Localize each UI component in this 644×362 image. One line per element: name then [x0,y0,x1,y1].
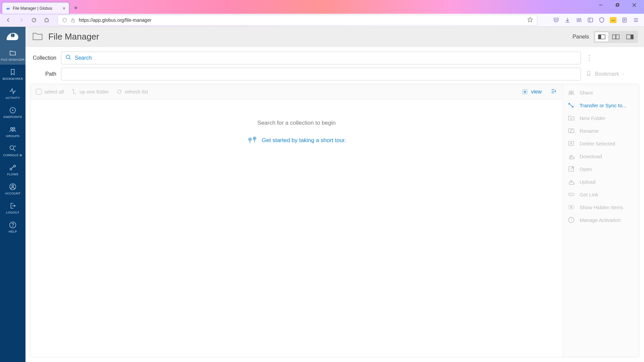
page-title: File Manager [48,32,99,42]
groups-icon [9,126,16,133]
sidebar-item-label: HELP [9,230,17,233]
sidebar-item-flows[interactable]: FLOWS [0,160,25,179]
sidebar-item-bookmarks[interactable]: BOOKMARKS [0,65,25,84]
panel-layout-right-button[interactable] [623,32,637,42]
action-transfer[interactable]: Transfer or Sync to... [563,99,639,112]
sidebar-item-activity[interactable]: ACTIVITY [0,84,25,103]
collection-input[interactable] [75,55,577,61]
reader-icon[interactable] [621,17,628,23]
search-icon [65,54,71,62]
nav-home-button[interactable] [42,15,52,25]
ublock-icon[interactable] [598,17,605,23]
nav-reload-button[interactable] [29,15,39,25]
sidebar-item-file-manager[interactable]: FILE MANAGER [0,46,25,65]
sidebar-item-label: ACTIVITY [6,96,20,100]
select-all-button[interactable]: select all [36,89,64,95]
view-settings-button[interactable]: view [522,88,542,95]
svg-line-12 [581,18,581,22]
folder-icon [9,49,16,57]
account-icon [9,183,16,190]
action-show-hidden[interactable]: Show Hidden Items [563,201,639,214]
library-icon[interactable] [576,17,582,23]
sidebar-item-label: GROUPS [6,134,20,138]
sidebar-item-label: ENDPOINTS [3,115,22,119]
panel-layout-single-button[interactable] [595,32,608,42]
window-close-button[interactable] [627,0,642,10]
browser-tab-strip: File Manager | Globus × + [0,0,644,14]
collection-label: Collection [30,55,56,61]
url-bar[interactable]: https://app.globus.org/file-manager [58,15,537,25]
bookmark-label: Bookmark [595,71,625,77]
svg-line-29 [13,149,15,151]
sidebar-item-groups[interactable]: GROUPS [0,122,25,141]
tab-title: File Manager | Globus [13,6,52,11]
logout-icon [9,202,16,209]
open-icon [568,165,575,173]
bookmark-control[interactable]: Bookmark [586,70,639,78]
svg-rect-38 [598,35,601,39]
window-maximize-button[interactable] [610,0,625,10]
flows-icon [9,164,16,171]
action-rename[interactable]: Rename [563,124,639,137]
view-options: view [522,88,557,96]
svg-point-52 [254,138,255,139]
refresh-list-button[interactable]: refresh list [116,89,148,95]
collapse-panel-button[interactable] [550,88,557,96]
action-get-link[interactable]: Get Link [563,188,639,201]
collection-field[interactable] [61,52,581,64]
new-tab-button[interactable]: + [71,3,80,13]
svg-point-28 [10,145,14,149]
browser-toolbar: https://app.globus.org/file-manager ••• [0,14,644,27]
sidebar-item-label: BOOKMARKS [3,77,23,80]
tab-active[interactable]: File Manager | Globus × [2,2,69,14]
action-upload[interactable]: Upload [563,175,639,188]
action-download[interactable]: Download [563,150,639,163]
sidebar-item-help[interactable]: HELP [0,218,25,237]
action-delete[interactable]: Delete Selected [563,137,639,150]
eye-icon [568,203,575,211]
svg-line-55 [569,104,573,107]
content-area: Collection ⋮ Path Bookmark [25,47,644,362]
console-icon: A [9,145,16,152]
collection-options: ⋮ [586,57,639,59]
svg-rect-13 [588,18,593,22]
action-open[interactable]: Open [563,163,639,175]
svg-point-53 [569,91,571,93]
bookmark-star-icon[interactable] [527,17,533,23]
sidebar-item-endpoints[interactable]: ENDPOINTS [0,103,25,122]
take-tour-link[interactable]: Get started by taking a short tour. [247,136,346,145]
panel-layout-split-button[interactable] [609,32,623,42]
action-share[interactable]: Share [563,86,639,99]
link-icon [568,191,575,198]
action-new-folder[interactable]: New Folder [563,112,639,124]
extension-badge-icon[interactable]: ••• [610,17,616,23]
window-minimize-button[interactable] [593,0,608,10]
action-manage-activation[interactable]: Manage Activation [563,214,639,226]
main-area: File Manager Panels Collection ⋮ [25,27,644,362]
path-field[interactable] [61,68,581,80]
sidebar-item-label: CONSOLE ⊕ [3,154,22,157]
rename-icon [568,127,575,134]
chevron-down-icon [621,72,625,76]
page-header: File Manager Panels [25,27,644,47]
download-icon[interactable] [564,17,571,23]
sidebar-item-account[interactable]: ACCOUNT [0,179,25,198]
nav-forward-button[interactable] [16,15,26,25]
more-options-icon[interactable]: ⋮ [586,57,593,59]
path-input[interactable] [65,71,577,77]
browser-extensions: ••• [553,17,639,23]
svg-rect-39 [612,35,615,39]
sidebar-item-logout[interactable]: LOGOUT [0,198,25,218]
up-one-folder-button[interactable]: up one folder [71,89,109,95]
path-row: Path Bookmark [30,68,639,80]
svg-point-36 [13,227,13,227]
sidebar-icon[interactable] [587,17,594,23]
empty-message: Search for a collection to begin [257,120,335,126]
nav-back-button[interactable] [3,15,13,25]
pocket-icon[interactable] [553,17,559,23]
sidebar-item-console[interactable]: A CONSOLE ⊕ [0,141,25,160]
empty-state: Search for a collection to begin Get sta… [31,100,562,357]
hamburger-menu-icon[interactable] [633,17,639,23]
globus-logo[interactable] [0,27,25,46]
tab-close-button[interactable]: × [63,6,65,11]
